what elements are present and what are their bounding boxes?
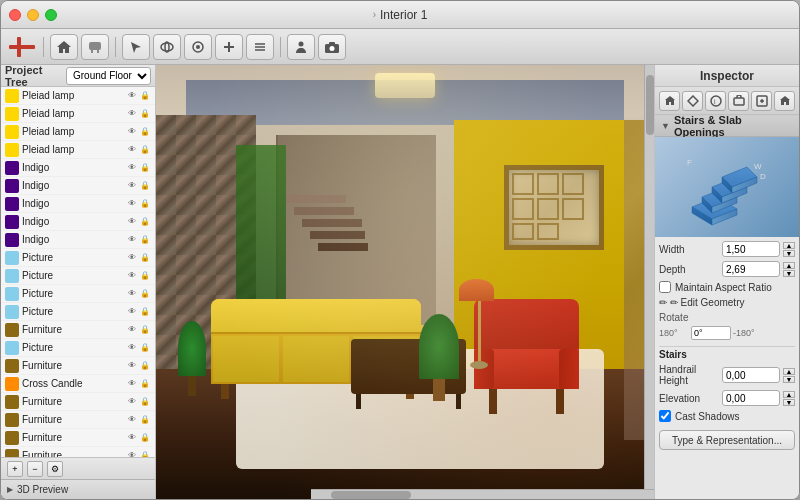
tree-item[interactable]: Furniture 👁 🔒: [1, 429, 155, 447]
insp-btn-3[interactable]: i: [705, 91, 726, 111]
tree-item[interactable]: Indigo 👁 🔒: [1, 213, 155, 231]
tree-item[interactable]: Furniture 👁 🔒: [1, 321, 155, 339]
visibility-icon[interactable]: 👁: [126, 252, 138, 264]
lock-icon[interactable]: 🔒: [139, 198, 151, 210]
vertical-scrollbar[interactable]: [644, 65, 654, 489]
visibility-icon[interactable]: 👁: [126, 450, 138, 458]
visibility-icon[interactable]: 👁: [126, 126, 138, 138]
insp-btn-4[interactable]: [728, 91, 749, 111]
tree-item[interactable]: Picture 👁 🔒: [1, 339, 155, 357]
lock-icon[interactable]: 🔒: [139, 342, 151, 354]
visibility-icon[interactable]: 👁: [126, 306, 138, 318]
edit-geometry-btn[interactable]: ✏ ✏ Edit Geometry: [659, 297, 744, 308]
tree-item[interactable]: Furniture 👁 🔒: [1, 357, 155, 375]
visibility-icon[interactable]: 👁: [126, 90, 138, 102]
toolbar-btn-add-1[interactable]: [215, 34, 243, 60]
lock-icon[interactable]: 🔒: [139, 306, 151, 318]
handrail-down-button[interactable]: ▼: [783, 376, 795, 383]
lock-icon[interactable]: 🔒: [139, 414, 151, 426]
horizontal-scrollbar[interactable]: [311, 489, 654, 499]
rotate-input[interactable]: [691, 326, 731, 340]
lock-icon[interactable]: 🔒: [139, 126, 151, 138]
width-down-button[interactable]: ▼: [783, 250, 795, 257]
toolbar-btn-add-2[interactable]: [246, 34, 274, 60]
elevation-up-button[interactable]: ▲: [783, 391, 795, 398]
insp-btn-1[interactable]: [659, 91, 680, 111]
insp-btn-5[interactable]: [751, 91, 772, 111]
cast-shadows-checkbox[interactable]: [659, 410, 671, 422]
project-tree[interactable]: Pleiad lamp 👁 🔒 Pleiad lamp 👁 🔒 Pleiad l…: [1, 87, 155, 457]
preview-section[interactable]: ▶ 3D Preview: [1, 479, 155, 499]
visibility-icon[interactable]: 👁: [126, 324, 138, 336]
lock-icon[interactable]: 🔒: [139, 360, 151, 372]
lock-icon[interactable]: 🔒: [139, 234, 151, 246]
lock-icon[interactable]: 🔒: [139, 378, 151, 390]
lock-icon[interactable]: 🔒: [139, 162, 151, 174]
lock-icon[interactable]: 🔒: [139, 108, 151, 120]
tree-item[interactable]: Cross Candle 👁 🔒: [1, 375, 155, 393]
depth-input[interactable]: [722, 261, 780, 277]
depth-down-button[interactable]: ▼: [783, 270, 795, 277]
tree-item[interactable]: Pleiad lamp 👁 🔒: [1, 141, 155, 159]
toolbar-btn-home[interactable]: [50, 34, 78, 60]
stairs-section-header[interactable]: ▼ Stairs & Slab Openings: [655, 115, 799, 137]
lock-icon[interactable]: 🔒: [139, 324, 151, 336]
lock-icon[interactable]: 🔒: [139, 396, 151, 408]
toolbar-btn-chair[interactable]: [81, 34, 109, 60]
width-up-button[interactable]: ▲: [783, 242, 795, 249]
visibility-icon[interactable]: 👁: [126, 342, 138, 354]
lock-icon[interactable]: 🔒: [139, 432, 151, 444]
handrail-up-button[interactable]: ▲: [783, 368, 795, 375]
tree-item[interactable]: Indigo 👁 🔒: [1, 159, 155, 177]
handrail-input[interactable]: [722, 367, 780, 383]
tree-item[interactable]: Picture 👁 🔒: [1, 249, 155, 267]
tree-item[interactable]: Picture 👁 🔒: [1, 267, 155, 285]
lock-icon[interactable]: 🔒: [139, 90, 151, 102]
elevation-down-button[interactable]: ▼: [783, 399, 795, 406]
minimize-button[interactable]: [27, 9, 39, 21]
lock-icon[interactable]: 🔒: [139, 144, 151, 156]
maximize-button[interactable]: [45, 9, 57, 21]
visibility-icon[interactable]: 👁: [126, 432, 138, 444]
visibility-icon[interactable]: 👁: [126, 288, 138, 300]
lock-icon[interactable]: 🔒: [139, 270, 151, 282]
tree-item[interactable]: Picture 👁 🔒: [1, 285, 155, 303]
visibility-icon[interactable]: 👁: [126, 360, 138, 372]
visibility-icon[interactable]: 👁: [126, 180, 138, 192]
tree-item[interactable]: Furniture 👁 🔒: [1, 411, 155, 429]
type-representation-button[interactable]: Type & Representation...: [659, 430, 795, 450]
visibility-icon[interactable]: 👁: [126, 144, 138, 156]
scrollbar-thumb-h[interactable]: [331, 491, 411, 499]
delete-item-button[interactable]: −: [27, 461, 43, 477]
tree-item[interactable]: Indigo 👁 🔒: [1, 195, 155, 213]
lock-icon[interactable]: 🔒: [139, 288, 151, 300]
toolbar-btn-cursor[interactable]: [122, 34, 150, 60]
tree-item[interactable]: Pleiad lamp 👁 🔒: [1, 123, 155, 141]
width-input[interactable]: [722, 241, 780, 257]
toolbar-btn-person[interactable]: [287, 34, 315, 60]
tree-item[interactable]: Furniture 👁 🔒: [1, 393, 155, 411]
lock-icon[interactable]: 🔒: [139, 252, 151, 264]
toolbar-btn-camera[interactable]: [318, 34, 346, 60]
edit-geometry-row[interactable]: ✏ ✏ Edit Geometry: [659, 297, 795, 308]
elevation-input[interactable]: [722, 390, 780, 406]
visibility-icon[interactable]: 👁: [126, 234, 138, 246]
tree-item[interactable]: Pleiad lamp 👁 🔒: [1, 87, 155, 105]
tree-item[interactable]: Furniture 👁 🔒: [1, 447, 155, 457]
lock-icon[interactable]: 🔒: [139, 216, 151, 228]
toolbar-btn-orbit[interactable]: [153, 34, 181, 60]
3d-viewport[interactable]: [156, 65, 654, 499]
lock-icon[interactable]: 🔒: [139, 180, 151, 192]
scrollbar-thumb-v[interactable]: [646, 75, 654, 135]
visibility-icon[interactable]: 👁: [126, 198, 138, 210]
visibility-icon[interactable]: 👁: [126, 414, 138, 426]
maintain-aspect-checkbox[interactable]: [659, 281, 671, 293]
floor-select[interactable]: Ground Floor: [66, 67, 151, 85]
tree-item[interactable]: Indigo 👁 🔒: [1, 231, 155, 249]
insp-btn-2[interactable]: [682, 91, 703, 111]
tree-item[interactable]: Indigo 👁 🔒: [1, 177, 155, 195]
insp-btn-6[interactable]: [774, 91, 795, 111]
visibility-icon[interactable]: 👁: [126, 162, 138, 174]
toolbar-btn-circle[interactable]: [184, 34, 212, 60]
tree-item[interactable]: Pleiad lamp 👁 🔒: [1, 105, 155, 123]
